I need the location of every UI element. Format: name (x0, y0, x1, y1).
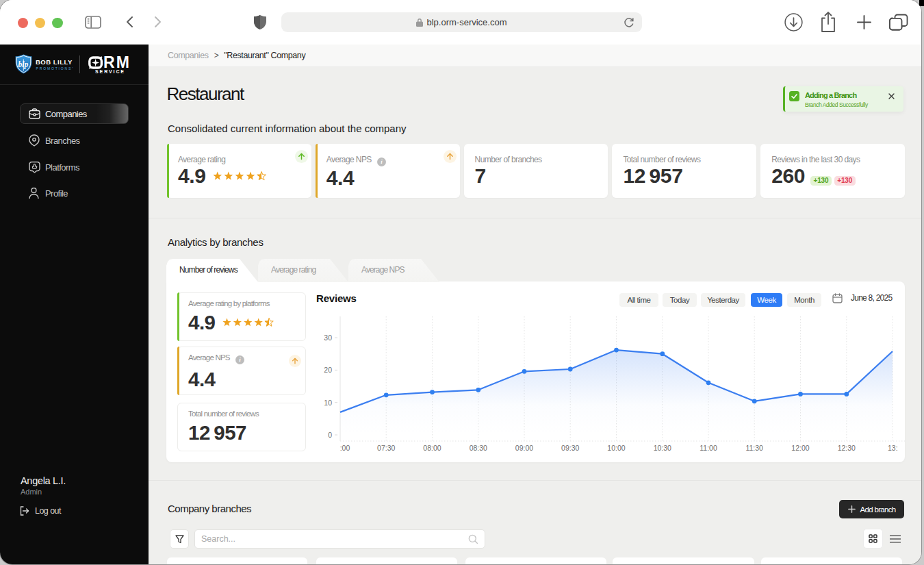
svg-text:13:: 13: (888, 444, 898, 452)
svg-text::00: :00 (340, 444, 350, 452)
svg-text:RM: RM (103, 56, 131, 69)
svg-text:11:00: 11:00 (700, 444, 717, 452)
svg-text:12:30: 12:30 (838, 444, 856, 452)
svg-text:10:30: 10:30 (654, 444, 671, 452)
svg-text:07:30: 07:30 (377, 444, 395, 452)
svg-text:10: 10 (324, 399, 332, 407)
svg-text:0: 0 (328, 431, 332, 439)
svg-text:08:00: 08:00 (423, 444, 441, 452)
svg-text:10:00: 10:00 (607, 444, 625, 452)
svg-text:12:00: 12:00 (791, 444, 809, 452)
svg-text:08:30: 08:30 (470, 444, 487, 452)
svg-text:30: 30 (324, 334, 332, 342)
svg-text:20: 20 (324, 366, 332, 374)
svg-text:09:00: 09:00 (515, 444, 533, 452)
svg-text:11:30: 11:30 (745, 444, 763, 452)
svg-text:09:30: 09:30 (561, 444, 579, 452)
